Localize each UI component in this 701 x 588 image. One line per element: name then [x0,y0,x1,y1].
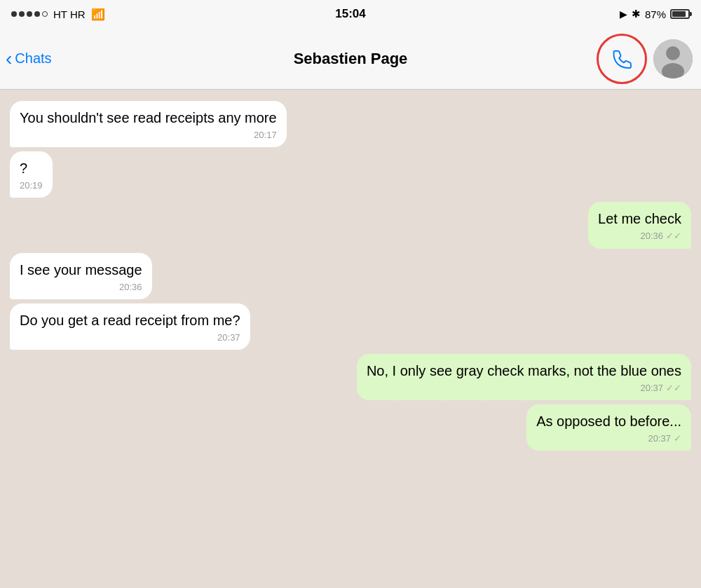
message-meta: 20:19 [20,179,43,192]
signal-dot-1 [11,11,17,17]
back-chevron-icon: ‹ [6,49,12,69]
battery-fill [672,11,686,17]
message-bubble-outgoing: Let me check 20:36 ✓✓ [588,202,691,248]
message-bubble-outgoing: As opposed to before... 20:37 ✓ [526,404,691,451]
signal-dot-3 [27,11,32,17]
message-row: No, I only see gray check marks, not the… [10,354,691,400]
nav-right-actions [597,34,693,83]
phone-circle-highlight [597,34,647,84]
avatar-image [653,39,693,78]
message-text: Do you get a read receipt from me? [20,313,240,328]
signal-dot-5 [42,11,48,17]
message-row: ? 20:19 [10,151,691,198]
message-row: Do you get a read receipt from me? 20:37 [10,303,691,350]
message-text: Let me check [598,211,681,226]
nav-bar: ‹ Chats Sebastien Page [0,28,701,90]
location-icon: ▶ [620,8,627,20]
read-receipt-icon: ✓✓ [666,230,681,242]
back-button[interactable]: ‹ Chats [6,49,76,69]
message-time: 20:17 [254,129,277,142]
message-text: You shouldn't see read receipts any more [20,110,277,125]
read-receipt-icon: ✓✓ [666,382,681,395]
message-time: 20:37 [640,382,663,395]
message-meta: 20:17 [20,129,277,142]
message-text: As opposed to before... [536,413,681,429]
message-meta: 20:36 ✓✓ [598,230,681,242]
battery-percent: 87% [645,8,666,20]
battery-box [670,9,690,19]
chat-title: Sebastien Page [294,50,408,68]
message-time: 20:36 [119,281,142,294]
message-row: You shouldn't see read receipts any more… [10,101,691,147]
message-bubble-outgoing: No, I only see gray check marks, not the… [357,354,691,400]
message-row: As opposed to before... 20:37 ✓ [10,404,691,451]
message-time: 20:37 [648,432,671,445]
message-meta: 20:37 ✓✓ [367,382,681,395]
message-row: I see your message 20:36 [10,253,691,299]
signal-dot-4 [34,11,40,17]
message-row: Let me check 20:36 ✓✓ [10,202,691,248]
message-time: 20:37 [217,331,240,344]
message-time: 20:36 [640,230,663,242]
svg-point-1 [666,46,680,60]
message-bubble-incoming: ? 20:19 [10,151,53,198]
read-receipt-icon: ✓ [674,432,681,445]
message-meta: 20:37 [20,331,240,344]
message-bubble-incoming: I see your message 20:36 [10,253,152,299]
message-text: No, I only see gray check marks, not the… [367,363,681,378]
back-label: Chats [15,50,51,67]
message-text: ? [20,160,27,176]
message-time: 20:19 [20,179,43,192]
status-time: 15:04 [335,7,365,21]
message-meta: 20:37 ✓ [536,432,681,445]
avatar-svg [653,39,693,78]
message-bubble-incoming: Do you get a read receipt from me? 20:37 [10,303,250,350]
status-left: HT HR 📶 [11,8,105,21]
signal-dot-2 [19,11,25,17]
chat-area: You shouldn't see read receipts any more… [0,90,701,588]
carrier-label: HT HR [53,8,86,20]
bluetooth-icon: ✱ [632,8,641,20]
signal-strength [11,11,48,17]
contact-avatar[interactable] [653,39,693,78]
call-button[interactable] [597,34,646,83]
wifi-icon: 📶 [91,8,105,21]
status-right: ▶ ✱ 87% [620,8,690,20]
status-bar: HT HR 📶 15:04 ▶ ✱ 87% [0,0,701,28]
message-bubble-incoming: You shouldn't see read receipts any more… [10,101,287,147]
message-text: I see your message [20,262,142,278]
message-meta: 20:36 [20,281,142,294]
battery-indicator [670,9,690,19]
